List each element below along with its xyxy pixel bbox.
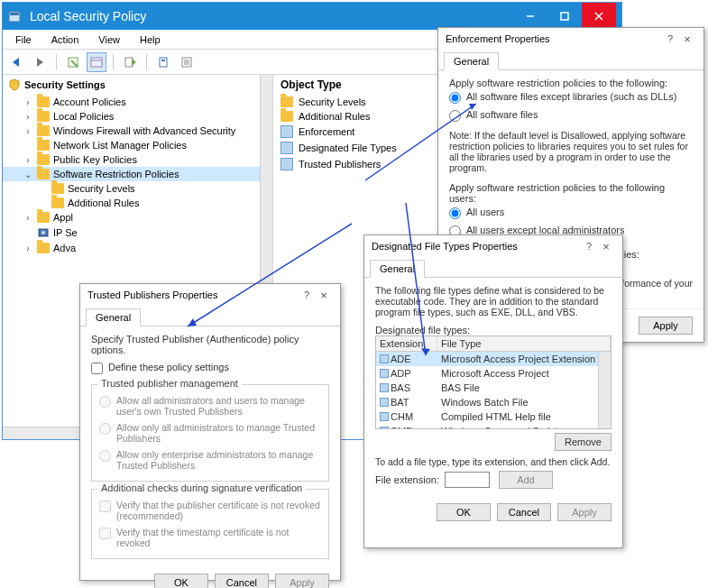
expand-icon[interactable]: › [23,155,33,165]
policy-icon [37,226,50,239]
extension-cell: ADE [391,354,411,364]
tab-general[interactable]: General [86,308,141,326]
tree-item[interactable]: ›Appl [3,210,272,225]
close-icon[interactable]: × [678,32,696,46]
tree-item[interactable]: IP Se [3,225,272,241]
svg-marker-13 [132,59,136,66]
close-button[interactable] [582,3,616,30]
toolbar-export-icon[interactable] [120,52,140,72]
radio-label: Allow only all administrators to manage … [116,422,321,444]
expand-icon[interactable]: › [23,213,33,223]
close-icon[interactable]: × [597,240,615,253]
titlebar[interactable]: Local Security Policy [3,3,621,30]
forward-button[interactable] [30,52,50,72]
toolbar-action-icon[interactable] [63,52,83,72]
apply-button[interactable]: Apply [639,317,693,335]
note-text: Note: If the default level is Disallowed… [449,130,693,173]
expand-icon[interactable]: › [23,243,33,253]
extension-cell: BAS [391,382,410,393]
table-row[interactable]: BASBAS File [376,381,611,395]
ok-button[interactable]: OK [437,503,491,521]
remove-button[interactable]: Remove [555,433,611,451]
radio-all-users[interactable] [449,207,461,219]
list-item-label: Enforcement [299,126,354,137]
cancel-button[interactable]: Cancel [215,574,269,588]
radio-all-software-files[interactable] [449,110,461,122]
tree-item[interactable]: Additional Rules [3,196,272,210]
tree-item[interactable]: ⌄Software Restriction Policies [3,167,272,181]
cancel-button[interactable]: Cancel [497,503,551,521]
tree-item[interactable]: ›Account Policies [3,95,272,109]
apply-button[interactable]: Apply [557,503,611,521]
folder-icon [37,111,50,122]
svg-rect-14 [160,58,167,67]
tree-item-label: Appl [53,212,73,223]
define-settings-checkbox[interactable] [91,363,103,374]
help-icon[interactable]: ? [667,33,673,44]
maximize-button[interactable] [547,3,582,30]
tree-item[interactable]: Security Levels [3,181,272,196]
add-button[interactable]: Add [499,471,553,489]
folder-icon [280,111,293,122]
tree-item-label: Account Policies [53,96,126,107]
table-row[interactable]: BATWindows Batch File [376,395,611,409]
close-icon[interactable]: × [315,289,333,302]
tree-item[interactable]: ›Public Key Policies [3,152,272,167]
radio-only-enterprise-admins [99,450,111,462]
tree-item[interactable]: Network List Manager Policies [3,138,272,152]
window-title: Local Security Policy [30,9,146,23]
tab-general[interactable]: General [370,260,425,278]
col-extension[interactable]: Extension [376,336,437,351]
menu-file[interactable]: File [6,32,41,47]
file-icon [380,427,389,429]
svg-rect-3 [561,13,568,20]
dialog-title: Enforcement Properties [446,33,550,44]
expand-icon[interactable]: › [23,112,33,122]
radio-all-admins-users [99,396,111,408]
list-item-label: Trusted Publishers [299,159,381,170]
tree-item-label: Local Policies [53,111,114,122]
tree-item[interactable]: ›Local Policies [3,109,272,124]
table-row[interactable]: ADPMicrosoft Access Project [376,366,611,381]
expand-icon[interactable]: › [23,126,33,136]
tab-general[interactable]: General [444,52,499,70]
designated-label: Designated file types: [375,325,611,335]
ok-button[interactable]: OK [154,574,208,588]
toolbar-refresh-icon[interactable] [153,52,173,72]
menu-help[interactable]: Help [131,32,170,47]
toolbar-list-icon[interactable] [177,52,197,72]
minimize-button[interactable] [513,3,547,30]
back-button[interactable] [6,52,26,72]
apply-button[interactable]: Apply [275,574,329,588]
file-icon [380,369,389,378]
expand-icon[interactable]: › [23,97,33,107]
table-row[interactable]: CHMCompiled HTML Help file [376,409,611,424]
file-types-table[interactable]: Extension File Type ADEMicrosoft Access … [375,335,611,429]
menu-view[interactable]: View [89,32,129,47]
table-row[interactable]: CMDWindows Command Script [376,424,611,429]
file-extension-input[interactable] [445,472,490,488]
tree-header-label: Security Settings [24,79,106,90]
svg-rect-12 [125,58,133,67]
help-icon[interactable]: ? [304,289,309,300]
tree-item[interactable]: ›Adva [3,241,272,255]
tree-item-label: Software Restriction Policies [53,169,179,179]
table-row[interactable]: ADEMicrosoft Access Project Extension [376,352,611,366]
extension-cell: BAT [391,397,409,408]
table-scrollbar[interactable] [598,353,611,428]
filetype-cell: Windows Batch File [437,396,611,409]
file-icon [380,412,389,421]
col-filetype[interactable]: File Type [437,336,611,351]
radio-only-admins [99,423,111,435]
menu-action[interactable]: Action [42,32,88,47]
intro-text: Specify Trusted Publisher (Authenticode)… [91,334,329,355]
checkbox-label: Define these policy settings [108,362,229,372]
radio-all-files-except-libraries[interactable] [449,92,461,104]
shield-icon [8,78,21,91]
expand-icon[interactable]: ⌄ [23,170,33,179]
toolbar-view-icon[interactable] [87,52,106,72]
svg-point-21 [41,231,45,234]
verify-timestamp-checkbox [99,528,111,539]
help-icon[interactable]: ? [586,241,592,252]
tree-item[interactable]: ›Windows Firewall with Advanced Security [3,124,272,138]
